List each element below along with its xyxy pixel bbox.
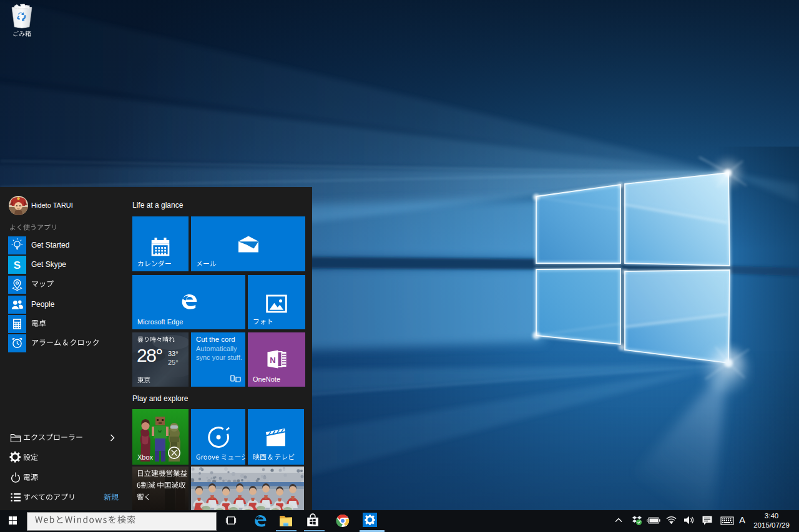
svg-text:S: S [14, 259, 21, 271]
svg-text:N: N [270, 355, 275, 365]
